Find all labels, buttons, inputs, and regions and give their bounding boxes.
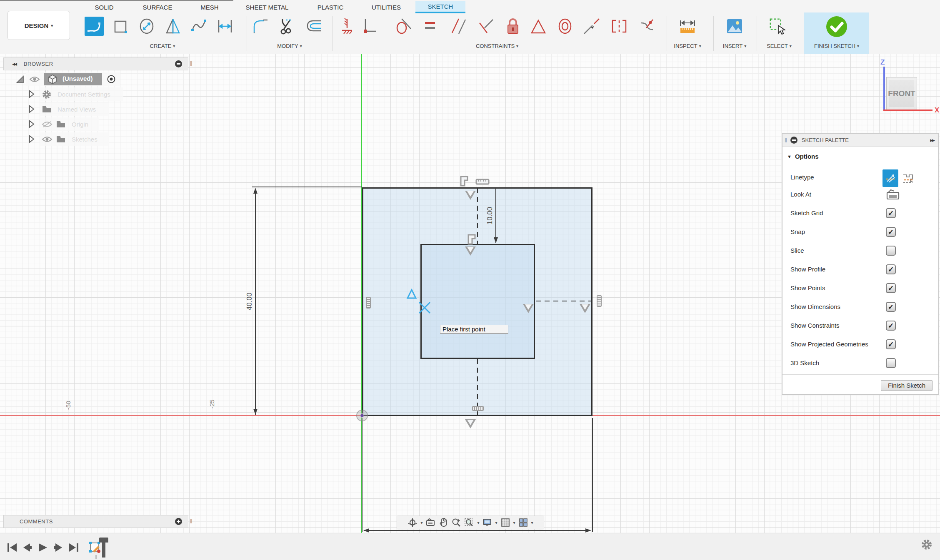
show-dimensions-checkbox[interactable]: ✓ (886, 302, 896, 312)
symmetry-constraint-button[interactable] (610, 17, 629, 36)
sketch-dimension-tool-button[interactable] (215, 17, 235, 36)
horizontal-vertical-constraint-button[interactable] (338, 17, 357, 36)
parallel-constraint-button[interactable] (449, 17, 468, 36)
display-settings-icon[interactable] (482, 518, 492, 528)
orbit-icon[interactable] (408, 518, 418, 528)
horizontal-centerline[interactable] (536, 301, 592, 301)
expand-closed-icon[interactable] (28, 135, 35, 143)
expand-closed-icon[interactable] (28, 105, 35, 113)
snap-checkbox[interactable]: ✓ (886, 227, 896, 237)
activate-radio-icon[interactable] (107, 75, 116, 84)
comments-panel-handle[interactable]: ‖ (190, 518, 192, 525)
select-group-label[interactable]: SELECT▾ (767, 43, 792, 49)
go-to-end-button[interactable] (68, 543, 79, 553)
fix-unfix-constraint-button[interactable] (503, 17, 522, 36)
trim-tool-button[interactable] (278, 17, 297, 36)
dim-text-offset[interactable]: 10.00 (486, 207, 494, 225)
eye-icon[interactable] (42, 136, 52, 143)
midpoint-grip-badge[interactable] (458, 174, 472, 188)
tab-solid[interactable]: SOLID (85, 1, 123, 13)
midpoint-constraint-button[interactable] (529, 17, 548, 36)
linetype-normal-button[interactable] (902, 172, 914, 184)
sketch-palette-header[interactable]: ‖ SKETCH PALETTE ▶▶ (782, 134, 938, 147)
add-comment-icon[interactable] (175, 518, 182, 525)
curvature-constraint-button[interactable] (638, 17, 657, 36)
viewcube-front-face[interactable]: FRONT (886, 77, 917, 110)
zoom-icon[interactable] (451, 518, 461, 528)
show-profile-checkbox[interactable]: ✓ (886, 264, 896, 274)
expand-closed-icon[interactable] (28, 90, 35, 98)
browser-panel-handle[interactable]: ‖ (190, 60, 192, 67)
collapse-panel-icon[interactable]: ◀◀ (12, 62, 16, 66)
3d-sketch-checkbox[interactable] (886, 358, 896, 368)
eye-hidden-icon[interactable] (42, 121, 52, 128)
midpoint-badge-top[interactable] (465, 191, 476, 200)
expand-panel-icon[interactable]: ▶▶ (930, 138, 934, 142)
tangent-constraint-button[interactable] (394, 17, 413, 36)
collinear-constraint-button[interactable] (582, 17, 601, 36)
slice-checkbox[interactable] (886, 246, 896, 256)
dim-line-height[interactable] (255, 189, 256, 415)
look-at-face-icon[interactable] (425, 518, 435, 528)
chevron-down-icon[interactable]: ▾ (513, 520, 515, 525)
midpoint-badge-centerline-right[interactable] (580, 304, 590, 313)
inner-rectangle[interactable] (420, 244, 535, 359)
finish-sketch-palette-button[interactable]: Finish Sketch (881, 380, 932, 391)
show-constraints-checkbox[interactable]: ✓ (886, 321, 896, 331)
look-at-button[interactable] (886, 189, 900, 201)
create-group-label[interactable]: CREATE▾ (150, 43, 175, 49)
gear-settings-icon[interactable] (921, 539, 932, 550)
pan-icon[interactable] (438, 518, 448, 528)
chevron-down-icon[interactable]: ▾ (420, 520, 422, 525)
tab-utilities[interactable]: UTILITIES (360, 1, 413, 13)
polygon-tool-button[interactable] (163, 17, 182, 36)
tab-sheet-metal[interactable]: SHEET METAL (236, 1, 298, 13)
linetype-construction-button[interactable] (882, 169, 898, 187)
finish-sketch-group-label[interactable]: FINISH SKETCH▾ (814, 43, 859, 49)
midpoint-badge-bottom[interactable] (465, 419, 476, 428)
dim-line-offset[interactable] (495, 188, 496, 243)
viewports-icon[interactable] (518, 518, 528, 528)
tab-mesh[interactable]: MESH (191, 1, 228, 13)
comments-header[interactable]: COMMENTS (3, 515, 188, 528)
circle-tool-button[interactable] (137, 17, 156, 36)
fillet-tool-button[interactable] (251, 17, 270, 36)
modify-group-label[interactable]: MODIFY▾ (277, 43, 302, 49)
dim-line-width[interactable] (364, 530, 590, 531)
design-menu-button[interactable]: DESIGN ▾ (8, 11, 70, 40)
collinear-grip-badge[interactable] (475, 177, 490, 187)
equal-constraint-button[interactable] (420, 17, 440, 36)
show-projected-geometries-checkbox[interactable]: ✓ (886, 339, 896, 349)
equal-badge-left-edge[interactable] (366, 297, 371, 309)
midpoint-badge-inner-top[interactable] (465, 246, 476, 256)
insert-tool-button[interactable] (725, 17, 744, 36)
tab-surface[interactable]: SURFACE (134, 1, 181, 13)
expand-closed-icon[interactable] (28, 120, 35, 128)
collapse-palette-icon[interactable] (790, 137, 798, 144)
section-collapse-icon[interactable]: ▼ (787, 154, 792, 159)
options-section-header[interactable]: ▼ Options (787, 153, 819, 160)
chevron-down-icon[interactable]: ▾ (477, 520, 479, 525)
go-to-start-button[interactable] (7, 543, 18, 553)
document-name[interactable]: (Unsaved) (62, 75, 93, 82)
constraints-group-label[interactable]: CONSTRAINTS▾ (476, 43, 518, 49)
concentric-constraint-button[interactable] (555, 17, 575, 36)
timeline-marker-stem[interactable] (102, 543, 105, 558)
inspect-group-label[interactable]: INSPECT▾ (674, 43, 701, 49)
insert-group-label[interactable]: INSERT▾ (723, 43, 746, 49)
line-tool-button[interactable] (85, 17, 104, 36)
rectangle-tool-button[interactable] (111, 17, 130, 36)
step-back-button[interactable] (22, 543, 32, 553)
equal-badge-right-edge[interactable] (597, 295, 602, 307)
zoom-fit-icon[interactable] (464, 518, 474, 528)
browser-row-sketches[interactable]: Sketches (3, 132, 191, 147)
expand-open-icon[interactable] (16, 75, 24, 84)
timeline-marker[interactable] (99, 538, 108, 543)
browser-row-root[interactable]: (Unsaved) (3, 72, 191, 87)
coincident-constraint-button[interactable] (360, 17, 379, 36)
chevron-down-icon[interactable]: ▾ (531, 520, 533, 525)
play-button[interactable] (38, 543, 48, 553)
palette-handle[interactable]: ‖ (785, 137, 787, 144)
browser-header[interactable]: ◀◀ BROWSER (3, 57, 188, 70)
tab-plastic[interactable]: PLASTIC (305, 1, 355, 13)
